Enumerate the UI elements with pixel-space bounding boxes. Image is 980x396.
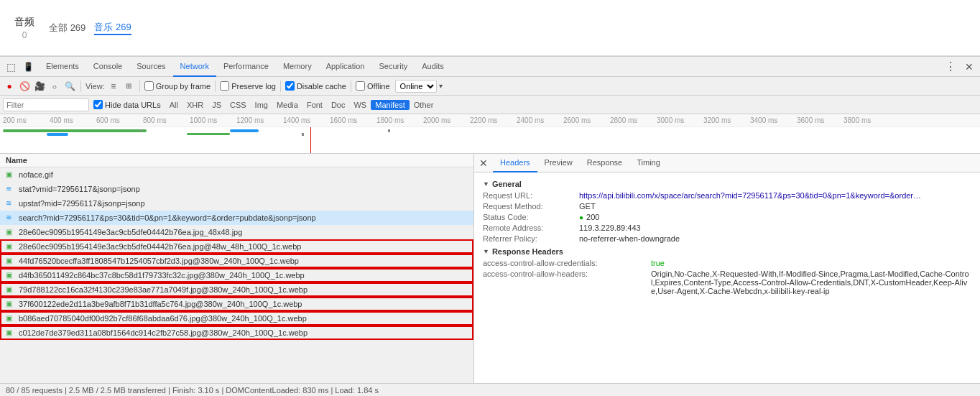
tab-memory[interactable]: Memory	[276, 57, 319, 77]
device-icon[interactable]: 📱	[20, 59, 36, 75]
tab-sources[interactable]: Sources	[129, 57, 172, 77]
file-item[interactable]: ▣28e60ec9095b1954149e3ac9cb5dfe04442b76e…	[0, 225, 473, 239]
file-item[interactable]: ≋upstat?mid=72956117&jsonp=jsonp	[0, 196, 473, 211]
search-icon[interactable]: 🔍	[63, 80, 76, 93]
file-item[interactable]: ▣b086aed70785040df00d92b7cf86f68abdaa6d7…	[0, 311, 473, 326]
details-tab-headers[interactable]: Headers	[493, 154, 537, 172]
offline-checkbox[interactable]	[356, 81, 365, 91]
tick-3000: 3000 ms	[657, 116, 703, 124]
tab-audits[interactable]: Audits	[415, 57, 451, 77]
file-icon: ▣	[6, 271, 16, 279]
tab-network[interactable]: Network	[173, 57, 216, 77]
details-panel: ✕ Headers Preview Response Timing ▼ Gene…	[474, 154, 980, 383]
audio-count: 0	[22, 30, 27, 40]
status-text: 80 / 85 requests | 2.5 MB / 2.5 MB trans…	[6, 386, 379, 395]
throttle-dropdown-arrow[interactable]: ▾	[439, 82, 443, 90]
file-item[interactable]: ▣d4fb365011492c864bc37c8bc58d1f79733fc32…	[0, 268, 473, 282]
file-item[interactable]: ▣44fd76520bcecffa3ff1808547b1254057cbf2d…	[0, 254, 473, 268]
offline-check[interactable]: Offline	[356, 81, 390, 91]
file-name: 79d788122cc16ca32f4130c239e83ae771a7049f…	[19, 285, 308, 294]
file-item[interactable]: ▣c012de7de379ed311a08bf1564dc914c2fb27c5…	[0, 326, 473, 340]
tab-performance[interactable]: Performance	[216, 57, 276, 77]
timeline: 200 ms 400 ms 600 ms 800 ms 1000 ms 1200…	[0, 114, 980, 154]
details-tab-response[interactable]: Response	[580, 154, 630, 172]
type-filter-manifest[interactable]: Manifest	[371, 100, 410, 110]
throttle-select[interactable]: Online	[395, 80, 437, 93]
file-name: noface.gif	[19, 170, 53, 179]
type-filter-font[interactable]: Font	[302, 100, 327, 110]
disable-cache-check[interactable]: Disable cache	[285, 81, 346, 91]
tab-music[interactable]: 音乐 269	[94, 21, 131, 35]
timeline-bar-7	[388, 129, 390, 132]
toolbar-divider-5	[351, 80, 351, 92]
referrer-policy-key: Referrer Policy:	[483, 234, 576, 243]
type-filter-other[interactable]: Other	[410, 100, 438, 110]
close-panel-btn[interactable]: ✕	[477, 157, 490, 170]
timeline-bar-5	[230, 129, 259, 132]
timeline-cursor	[310, 127, 311, 153]
file-name: 37f600122ede2d11a3be9afb8f71b31dffa5c764…	[19, 300, 302, 308]
camera-icon[interactable]: 🎥	[33, 80, 46, 93]
file-item[interactable]: ≋search?mid=72956117&ps=30&tid=0&pn=1&ke…	[0, 211, 473, 225]
remote-address-value: 119.3.229.89:443	[579, 224, 641, 232]
type-filter-js[interactable]: JS	[208, 100, 226, 110]
file-icon: ▣	[6, 228, 16, 236]
group-by-frame-checkbox[interactable]	[144, 81, 154, 91]
timeline-bar-2	[47, 133, 68, 136]
tick-1600: 1600 ms	[330, 116, 376, 124]
preserve-log-check[interactable]: Preserve log	[220, 81, 276, 91]
type-filter-img[interactable]: Img	[251, 100, 272, 110]
more-tools-icon[interactable]: ⋮	[943, 59, 958, 75]
tab-security[interactable]: Security	[371, 57, 415, 77]
type-filter-doc[interactable]: Doc	[327, 100, 350, 110]
file-item[interactable]: ▣37f600122ede2d11a3be9afb8f71b31dffa5c76…	[0, 297, 473, 311]
details-tab-bar: ✕ Headers Preview Response Timing	[474, 154, 980, 172]
timeline-ruler: 200 ms 400 ms 600 ms 800 ms 1000 ms 1200…	[0, 114, 980, 127]
request-method-value: GET	[579, 202, 596, 211]
record-btn[interactable]: ●	[3, 80, 16, 93]
group-by-frame-check[interactable]: Group by frame	[144, 81, 211, 91]
view-label: View:	[85, 82, 105, 91]
tab-all[interactable]: 全部 269	[49, 22, 85, 34]
clear-btn[interactable]: 🚫	[18, 80, 31, 93]
hide-data-urls-label: Hide data URLs	[105, 101, 161, 109]
file-item[interactable]: ▣79d788122cc16ca32f4130c239e83ae771a7049…	[0, 282, 473, 297]
file-name: c012de7de379ed311a08bf1564dc914c2fb27c58…	[19, 328, 308, 337]
file-list: Name ▣noface.gif≋stat?vmid=72956117&json…	[0, 154, 474, 383]
filter-bar: Hide data URLs All XHR JS CSS Img Media …	[0, 96, 980, 114]
acc-credentials-value: true	[651, 259, 665, 267]
grid-view-icon[interactable]: ⊞	[122, 80, 135, 93]
status-bar: 80 / 85 requests | 2.5 MB / 2.5 MB trans…	[0, 383, 980, 396]
toolbar-divider-2	[139, 80, 140, 92]
hide-data-urls-check[interactable]: Hide data URLs	[93, 100, 161, 109]
timeline-bar-1	[3, 129, 147, 132]
type-filter-ws[interactable]: WS	[349, 100, 371, 110]
status-code-value: 200	[586, 213, 599, 221]
type-filter-media[interactable]: Media	[272, 100, 302, 110]
details-tab-preview[interactable]: Preview	[537, 154, 580, 172]
filter-icon[interactable]: ⬦	[48, 80, 61, 93]
type-filter-all[interactable]: All	[165, 100, 182, 110]
tab-elements[interactable]: Elements	[39, 57, 86, 77]
tab-console[interactable]: Console	[86, 57, 129, 77]
type-filter-xhr[interactable]: XHR	[182, 100, 208, 110]
file-icon: ▣	[6, 170, 16, 178]
inspect-icon[interactable]: ⬚	[3, 59, 19, 75]
file-name: stat?vmid=72956117&jsonp=jsonp	[19, 185, 140, 193]
request-url-key: Request URL:	[483, 191, 576, 200]
file-icon: ≋	[6, 199, 16, 207]
file-item[interactable]: ≋stat?vmid=72956117&jsonp=jsonp	[0, 182, 473, 196]
disable-cache-checkbox[interactable]	[285, 81, 295, 91]
tab-application[interactable]: Application	[319, 57, 372, 77]
filter-input[interactable]	[6, 101, 64, 109]
referrer-policy-row: Referrer Policy: no-referrer-when-downgr…	[483, 234, 971, 243]
file-item[interactable]: ▣noface.gif	[0, 167, 473, 182]
preserve-log-checkbox[interactable]	[220, 81, 229, 91]
close-devtools-icon[interactable]: ✕	[961, 59, 977, 75]
file-item[interactable]: ▣28e60ec9095b1954149e3ac9cb5dfe04442b76e…	[0, 239, 473, 254]
type-filter-css[interactable]: CSS	[226, 100, 251, 110]
details-tab-timing[interactable]: Timing	[629, 154, 667, 172]
hide-data-urls-checkbox[interactable]	[93, 100, 103, 109]
list-view-icon[interactable]: ≡	[107, 80, 120, 93]
type-filters: All XHR JS CSS Img Media Font Doc WS Man…	[165, 100, 438, 110]
